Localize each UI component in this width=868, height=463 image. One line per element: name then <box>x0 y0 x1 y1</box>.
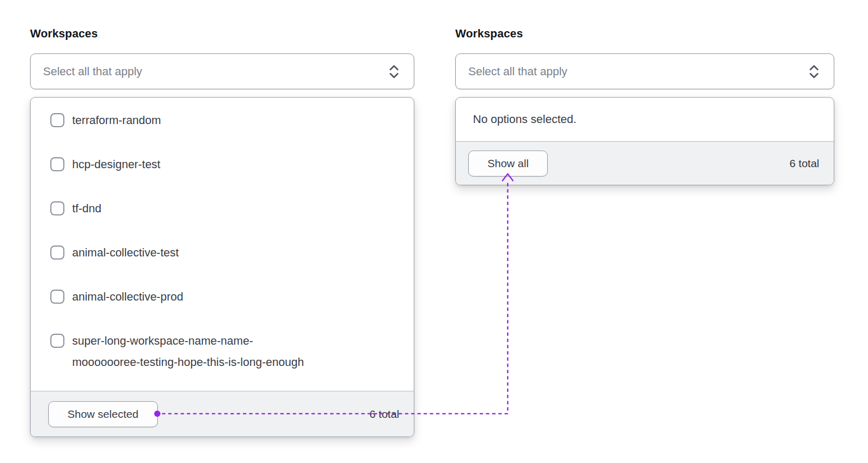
option-checkbox[interactable] <box>50 113 64 127</box>
option-checkbox[interactable] <box>50 290 64 304</box>
right-combobox-label: Workspaces <box>455 26 834 42</box>
left-dropdown-panel: terraform-random hcp-designer-test tf-dn… <box>30 97 414 437</box>
option-checkbox[interactable] <box>50 157 64 171</box>
right-combobox-trigger[interactable]: Select all that apply <box>455 53 834 89</box>
left-trigger-placeholder: Select all that apply <box>43 65 142 78</box>
option-checkbox[interactable] <box>50 246 64 260</box>
option-row-super-long-workspace[interactable]: super-long-workspace-name-name- moooooor… <box>31 319 414 384</box>
page: Workspaces Select all that apply terrafo… <box>0 0 868 463</box>
left-combobox: Workspaces Select all that apply terrafo… <box>30 26 414 437</box>
left-dropdown-footer: Show selected 6 total <box>31 391 414 437</box>
left-combobox-trigger[interactable]: Select all that apply <box>30 53 414 89</box>
right-trigger-placeholder: Select all that apply <box>468 65 567 78</box>
chevron-up-down-icon <box>807 63 821 80</box>
option-row-animal-collective-prod[interactable]: animal-collective-prod <box>31 275 414 319</box>
option-row-animal-collective-test[interactable]: animal-collective-test <box>31 230 414 275</box>
chevron-up-down-icon <box>387 63 401 80</box>
option-label: super-long-workspace-name-name- moooooor… <box>72 330 304 373</box>
right-combobox: Workspaces Select all that apply No opti… <box>455 26 834 185</box>
option-row-tf-dnd[interactable]: tf-dnd <box>31 186 414 230</box>
right-dropdown-footer: Show all 6 total <box>456 141 834 185</box>
left-total-count: 6 total <box>370 408 399 420</box>
show-all-button[interactable]: Show all <box>468 151 548 176</box>
right-total-count: 6 total <box>790 157 819 170</box>
option-label: terraform-random <box>72 110 161 131</box>
option-label: tf-dnd <box>72 198 101 219</box>
option-checkbox[interactable] <box>50 201 64 215</box>
options-list: terraform-random hcp-designer-test tf-dn… <box>31 98 414 391</box>
option-checkbox[interactable] <box>50 334 64 348</box>
option-row-hcp-designer-test[interactable]: hcp-designer-test <box>31 142 414 186</box>
option-label: hcp-designer-test <box>72 154 160 175</box>
left-combobox-label: Workspaces <box>30 26 414 42</box>
option-label: animal-collective-test <box>72 242 179 263</box>
show-selected-button[interactable]: Show selected <box>48 401 158 427</box>
option-label-line2: mooooooree-testing-hope-this-is-long-eno… <box>72 351 304 373</box>
no-options-message: No options selected. <box>456 98 834 141</box>
option-label-line1: super-long-workspace-name-name- <box>72 330 304 351</box>
right-dropdown-panel: No options selected. Show all 6 total <box>455 97 834 185</box>
option-row-terraform-random[interactable]: terraform-random <box>31 98 414 142</box>
option-label: animal-collective-prod <box>72 286 183 307</box>
